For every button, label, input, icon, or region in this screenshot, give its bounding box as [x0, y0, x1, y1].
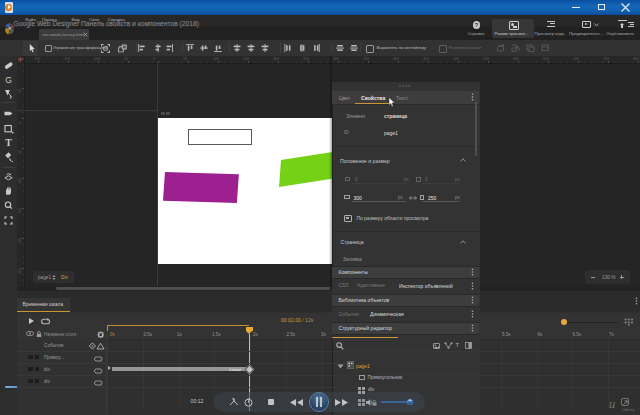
svg-text:G: G: [5, 75, 12, 85]
svg-text:T: T: [5, 137, 12, 148]
